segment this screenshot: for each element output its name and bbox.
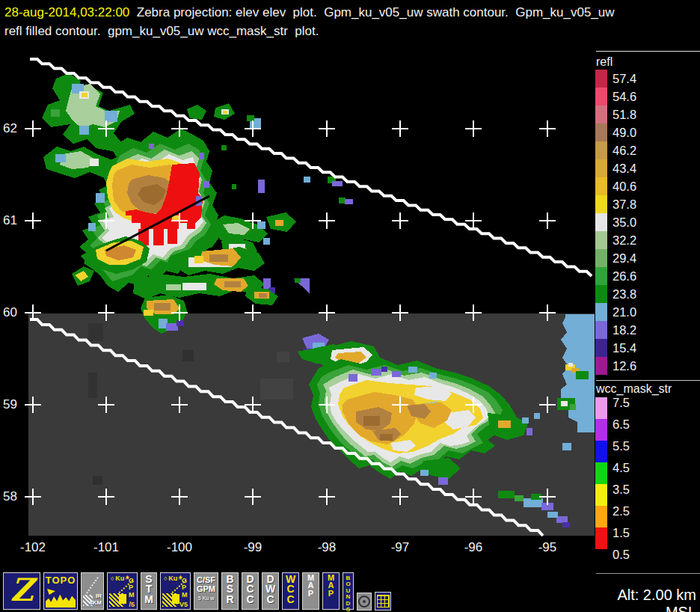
radar-map-canvas[interactable] <box>0 45 595 572</box>
map-label: MAP <box>307 574 315 597</box>
color-swatch <box>595 231 607 249</box>
colorbar-value: 29.4 <box>612 251 636 266</box>
longitude-label: -96 <box>440 540 507 555</box>
color-swatch <box>595 177 607 195</box>
colorbar-value: 23.8 <box>612 287 636 302</box>
stm-label: STM <box>144 575 154 605</box>
topo-button[interactable]: TOPO <box>43 572 78 610</box>
colorbar-entry: 35.0 <box>595 213 636 231</box>
colorbar-entry: 51.8 <box>595 105 636 123</box>
target-button[interactable] <box>357 593 372 611</box>
colorbar-value: 1.5 <box>612 526 630 540</box>
colorbar-value: 46.2 <box>612 144 636 158</box>
colorbar-entry: 29.4 <box>595 249 636 267</box>
mountains-icon <box>46 593 76 608</box>
colorbar-value: 51.8 <box>612 108 636 122</box>
ir-4km-label: IR 4KM <box>89 593 102 607</box>
5kuw-label: 5 Ku w <box>194 596 218 601</box>
colorbar-value: 5.5 <box>612 439 630 453</box>
color-swatch <box>595 357 607 375</box>
zebra-logo-icon: Z <box>4 573 40 608</box>
dcc-button[interactable]: DCC <box>242 572 259 610</box>
latitude-label: 60 <box>3 305 28 320</box>
colorbar-value: 40.6 <box>612 180 636 194</box>
grid-icon <box>377 595 390 608</box>
longitude-label: -95 <box>514 540 581 555</box>
gpm-label: GPM <box>182 578 188 599</box>
latitude-label: 58 <box>3 489 28 504</box>
color-swatch <box>595 462 607 484</box>
wcc-colorbar: 7.5 6.5 5.5 4.5 <box>595 397 630 549</box>
color-swatch <box>595 285 607 303</box>
colorbar-entry: 5.5 <box>595 441 630 462</box>
colorbar-value: 6.5 <box>612 417 630 432</box>
color-swatch <box>595 249 607 267</box>
bounds-button[interactable]: BOUNDS <box>343 572 354 610</box>
wcc-label: WCC <box>286 575 296 605</box>
swath-blob-icon <box>109 593 124 607</box>
color-swatch <box>595 339 607 357</box>
colorbar-value: 18.2 <box>612 323 636 337</box>
swath-blob-icon <box>162 593 177 607</box>
map-button-1[interactable]: MAP <box>302 572 319 610</box>
colorbar-entry: 3.5 <box>595 484 630 506</box>
wcc-button[interactable]: WCC <box>282 572 299 610</box>
timestamp: 28-aug-2014,03:22:00 <box>4 5 129 19</box>
beam-icon <box>86 577 99 593</box>
color-swatch <box>595 213 607 231</box>
colorbar-entry: 18.2 <box>595 321 636 339</box>
gpm-label: GPM <box>194 584 218 593</box>
dwc-button[interactable]: DWC <box>262 572 279 610</box>
satellite-dish-icon <box>47 588 55 595</box>
color-swatch <box>595 267 607 285</box>
colorbar-value: 15.4 <box>612 341 636 355</box>
grid-button[interactable] <box>375 592 391 611</box>
colorbar-value: 49.0 <box>612 126 636 140</box>
colorbar-entry: 7.5 <box>595 397 630 419</box>
colorbar-entry: 4.5 <box>595 462 630 484</box>
bsr-button[interactable]: BSR <box>221 572 239 610</box>
colorbar-value: 37.8 <box>612 198 636 212</box>
wcc-colorbar-title: wcc_mask_str <box>596 382 672 396</box>
colorbar-entry: 57.4 <box>595 70 636 88</box>
refl-colorbar: 57.4 54.6 51.8 49.0 <box>595 70 636 375</box>
stm-button[interactable]: STM <box>141 572 157 610</box>
storm-cell-upper <box>42 73 310 334</box>
color-swatch <box>595 484 607 506</box>
longitude-label: -100 <box>146 540 213 555</box>
plot-description-line2: refl filled contour. gpm_ku_v05_uw wcc_m… <box>4 24 319 38</box>
colorbar-value: 2.5 <box>612 504 630 518</box>
zebra-app-window: 28-aug-2014,03:22:00 Zebra projection: e… <box>0 0 700 612</box>
color-swatch <box>595 321 607 339</box>
color-swatch <box>595 70 607 88</box>
colorbar-entry: 6.5 <box>595 419 630 441</box>
colorbar-value: 12.6 <box>612 359 636 373</box>
csf-gpm-button[interactable]: C/SF GPM 5 Ku w <box>194 572 218 610</box>
colorbar-entry: 54.6 <box>595 88 636 105</box>
color-swatch <box>595 419 607 441</box>
target-circle-icon <box>358 596 370 608</box>
map-button-2[interactable]: MAP <box>322 572 340 610</box>
colorbar-entry: 46.2 <box>595 141 636 159</box>
longitude-label: -99 <box>219 540 286 555</box>
ku5-suffix: /5 <box>129 601 135 608</box>
color-swatch <box>595 141 607 159</box>
kuv5-suffix: V5 <box>179 601 188 608</box>
map-label: MAP <box>327 574 335 597</box>
colorbar-value: 4.5 <box>612 461 630 475</box>
color-swatch <box>595 303 607 321</box>
legend-divider-mid <box>596 380 700 381</box>
colorbar-value: 54.6 <box>612 90 636 104</box>
color-swatch <box>595 441 607 462</box>
colorbar-value: 57.4 <box>612 72 636 86</box>
zebra-logo-button[interactable]: Z <box>3 572 40 610</box>
longitude-label: -101 <box>73 540 140 555</box>
legend-divider-top <box>596 51 700 52</box>
ir-4km-button[interactable]: IR 4KM <box>81 572 104 610</box>
ku-gpm-5-button[interactable]: Ku ✦ GPM /5 <box>107 572 138 610</box>
longitude-label: -97 <box>366 540 434 555</box>
colorbar-entry: 2.5 <box>595 506 630 527</box>
colorbar-value: 26.6 <box>612 269 636 284</box>
ku-gpm-v5-button[interactable]: Ku ✦ GPM V5 <box>160 572 191 610</box>
dcc-label: DCC <box>245 575 256 605</box>
